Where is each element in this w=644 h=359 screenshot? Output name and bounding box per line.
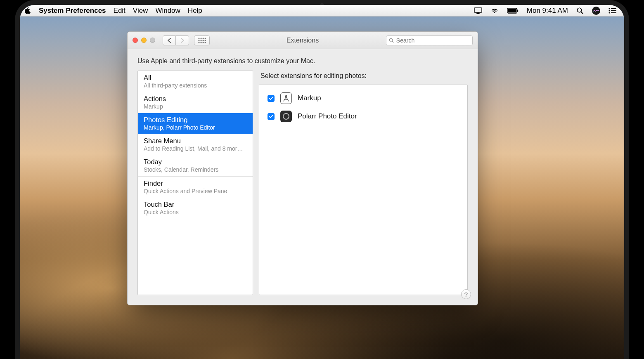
- svg-point-7: [608, 8, 610, 9]
- sidebar-item-title: Photos Editing: [144, 116, 247, 124]
- svg-line-26: [392, 41, 393, 42]
- menu-bar: System Preferences Edit View Window Help…: [20, 5, 624, 17]
- extensions-list: MarkupPolarr Photo Editor: [259, 85, 468, 295]
- search-field-wrapper[interactable]: [386, 35, 473, 45]
- sidebar-item-subtitle: Quick Actions: [144, 209, 247, 215]
- grid-icon: [198, 38, 206, 43]
- sidebar-item-subtitle: Quick Actions and Preview Pane: [144, 188, 247, 194]
- extension-checkbox[interactable]: [268, 113, 275, 120]
- check-icon: [269, 96, 273, 101]
- svg-point-13: [199, 38, 200, 39]
- window-titlebar: Extensions: [128, 32, 478, 49]
- sidebar-item-subtitle: Markup: [144, 103, 247, 110]
- svg-point-15: [203, 38, 204, 39]
- sidebar-item-all[interactable]: AllAll third-party extensions: [138, 71, 253, 92]
- search-input[interactable]: [396, 37, 470, 44]
- sidebar-item-title: Touch Bar: [144, 201, 247, 208]
- minimize-button[interactable]: [141, 38, 147, 43]
- extension-checkbox[interactable]: [268, 95, 275, 102]
- sidebar-item-share-menu[interactable]: Share MenuAdd to Reading List, Mail, and…: [138, 134, 253, 155]
- category-sidebar: AllAll third-party extensionsActionsMark…: [137, 71, 253, 295]
- sidebar-item-title: Share Menu: [144, 137, 247, 145]
- sidebar-item-title: All: [144, 74, 247, 82]
- forward-button[interactable]: [176, 35, 189, 45]
- svg-rect-8: [611, 8, 616, 9]
- check-icon: [269, 114, 273, 119]
- markup-app-icon: [280, 92, 292, 104]
- apple-menu-icon[interactable]: [24, 7, 31, 14]
- battery-icon[interactable]: [507, 8, 519, 14]
- help-icon: ?: [464, 291, 468, 298]
- wifi-icon[interactable]: [490, 7, 499, 14]
- sidebar-item-actions[interactable]: ActionsMarkup: [138, 92, 253, 113]
- extension-name: Polarr Photo Editor: [298, 112, 357, 120]
- extension-name: Markup: [298, 94, 321, 102]
- svg-point-21: [199, 42, 200, 43]
- menubar-item-view[interactable]: View: [133, 7, 148, 15]
- menubar-item-edit[interactable]: Edit: [114, 7, 125, 15]
- sidebar-item-touch-bar[interactable]: Touch BarQuick Actions: [138, 198, 253, 219]
- svg-rect-2: [508, 9, 516, 12]
- help-button[interactable]: ?: [461, 289, 471, 299]
- svg-point-24: [205, 42, 206, 43]
- svg-rect-10: [611, 10, 616, 11]
- menubar-app-name[interactable]: System Preferences: [39, 7, 106, 15]
- sidebar-item-title: Finder: [144, 180, 247, 187]
- sidebar-item-subtitle: All third-party extensions: [144, 82, 247, 89]
- spotlight-icon[interactable]: [576, 7, 584, 14]
- extensions-preferences-window: Extensions Use Apple and third-party ext…: [127, 31, 478, 305]
- svg-point-22: [201, 42, 202, 43]
- extension-row-markup: Markup: [268, 90, 459, 108]
- sidebar-item-finder[interactable]: FinderQuick Actions and Preview Pane: [138, 176, 253, 198]
- airplay-icon[interactable]: [474, 7, 482, 14]
- chevron-left-icon: [167, 38, 171, 43]
- sidebar-item-title: Today: [144, 158, 247, 166]
- pane-description: Use Apple and third-party extensions to …: [128, 49, 478, 71]
- svg-point-11: [608, 12, 610, 13]
- svg-point-19: [203, 40, 204, 41]
- sidebar-item-today[interactable]: TodayStocks, Calendar, Reminders: [138, 155, 253, 176]
- back-button[interactable]: [163, 35, 176, 45]
- markup-glyph-icon: [282, 94, 290, 102]
- sidebar-item-photos-editing[interactable]: Photos EditingMarkup, Polarr Photo Edito…: [138, 113, 253, 134]
- svg-rect-3: [517, 9, 518, 12]
- polarr-app-icon: [280, 111, 292, 122]
- menubar-item-window[interactable]: Window: [155, 7, 180, 15]
- desktop-wallpaper: System Preferences Edit View Window Help…: [20, 5, 624, 359]
- svg-rect-0: [474, 8, 482, 12]
- svg-rect-12: [611, 12, 616, 13]
- svg-point-20: [205, 40, 206, 41]
- svg-point-14: [201, 38, 202, 39]
- polarr-glyph-icon: [283, 113, 289, 120]
- close-button[interactable]: [133, 38, 138, 43]
- menubar-clock[interactable]: Mon 9:41 AM: [527, 7, 568, 15]
- svg-point-9: [608, 10, 610, 11]
- svg-point-17: [199, 40, 200, 41]
- detail-heading: Select extensions for editing photos:: [260, 72, 468, 80]
- svg-line-5: [581, 12, 583, 14]
- search-icon: [389, 38, 394, 43]
- sidebar-item-subtitle: Markup, Polarr Photo Editor: [144, 124, 247, 131]
- zoom-button[interactable]: [150, 38, 155, 43]
- sidebar-item-subtitle: Stocks, Calendar, Reminders: [144, 166, 247, 173]
- chevron-right-icon: [180, 38, 185, 43]
- sidebar-item-subtitle: Add to Reading List, Mail, and 8 mor…: [144, 145, 247, 152]
- svg-point-18: [201, 40, 202, 41]
- menubar-item-help[interactable]: Help: [188, 7, 202, 15]
- extension-row-polarr-photo-editor: Polarr Photo Editor: [268, 108, 459, 126]
- show-all-preferences-button[interactable]: [194, 35, 210, 45]
- svg-point-16: [205, 38, 206, 39]
- sidebar-item-title: Actions: [144, 95, 247, 103]
- siri-icon[interactable]: [592, 7, 600, 15]
- notification-center-icon[interactable]: [608, 8, 617, 14]
- svg-point-23: [203, 42, 204, 43]
